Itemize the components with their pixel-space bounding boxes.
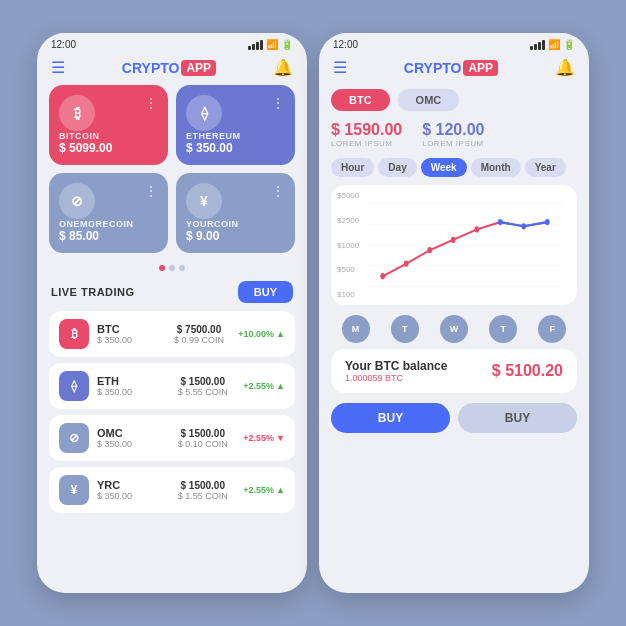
bitcoin-name: BITCOIN bbox=[59, 131, 158, 141]
bitcoin-icon: ₿ bbox=[59, 95, 95, 131]
day-t1[interactable]: T bbox=[391, 315, 419, 343]
app-badge-right: APP bbox=[463, 60, 498, 76]
tab-day[interactable]: Day bbox=[378, 158, 416, 177]
header-left: ☰ CRYPTO APP 🔔 bbox=[37, 54, 307, 85]
balance-label-1: LOREM IPSUM bbox=[331, 139, 402, 148]
ethereum-name: ETHEREUM bbox=[186, 131, 285, 141]
buy-main-button[interactable]: BUY bbox=[238, 281, 293, 303]
status-bar-right: 12:00 📶 🔋 bbox=[319, 33, 589, 54]
balance-label-2: LOREM IPSUM bbox=[422, 139, 484, 148]
yrc-menu-icon[interactable]: ⋮ bbox=[271, 183, 285, 199]
hamburger-icon-right[interactable]: ☰ bbox=[333, 58, 347, 77]
balance-item-1: $ 1590.00 LOREM IPSUM bbox=[331, 121, 402, 148]
bitcoin-menu-icon[interactable]: ⋮ bbox=[144, 95, 158, 111]
balance-item-2: $ 120.00 LOREM IPSUM bbox=[422, 121, 484, 148]
yrc-prices: $ 1500.00 $ 1.55 COIN bbox=[170, 480, 235, 501]
eth-trading-info: ETH $ 350.00 bbox=[97, 375, 162, 397]
btc-balance-card: Your BTC balance 1.000059 BTC $ 5100.20 bbox=[331, 349, 577, 393]
chart-svg bbox=[339, 193, 569, 297]
left-phone: 12:00 📶 🔋 ☰ CRYPTO APP 🔔 bbox=[37, 33, 307, 593]
yrc-change: +2.55% ▲ bbox=[243, 485, 285, 495]
omc-prices: $ 1500.00 $ 0.10 COIN bbox=[170, 428, 235, 449]
btc-balance-sub: 1.000059 BTC bbox=[345, 373, 447, 383]
eth-up-arrow: ▲ bbox=[276, 381, 285, 391]
wifi-icon-right: 📶 bbox=[548, 39, 560, 50]
yrc-up-arrow: ▲ bbox=[276, 485, 285, 495]
hamburger-icon[interactable]: ☰ bbox=[51, 58, 65, 77]
chart-area: $5000 $2500 $1000 $500 $100 bbox=[331, 185, 577, 305]
table-row[interactable]: ⊘ OMC $ 350.00 $ 1500.00 $ 0.10 COIN +2.… bbox=[49, 415, 295, 461]
balance-amount-2: $ 120.00 bbox=[422, 121, 484, 139]
yrc-sub: $ 350.00 bbox=[97, 491, 162, 501]
btc-trading-icon: ₿ bbox=[59, 319, 89, 349]
omc-symbol: OMC bbox=[97, 427, 162, 439]
yrc-change-value: +2.55% bbox=[243, 485, 274, 495]
day-w[interactable]: W bbox=[440, 315, 468, 343]
ethereum-card[interactable]: ⟠ ⋮ ETHEREUM $ 350.00 bbox=[176, 85, 295, 165]
omc-down-arrow: ▼ bbox=[276, 433, 285, 443]
chart-line-red bbox=[383, 222, 548, 276]
chart-point bbox=[474, 226, 479, 232]
chart-point bbox=[451, 237, 456, 243]
buy-dark-button[interactable]: BUY bbox=[331, 403, 450, 433]
bell-icon-right[interactable]: 🔔 bbox=[555, 58, 575, 77]
right-phone: 12:00 📶 🔋 ☰ CRYPTO APP 🔔 bbox=[319, 33, 589, 593]
omc-menu-icon[interactable]: ⋮ bbox=[144, 183, 158, 199]
eth-change-value: +2.55% bbox=[243, 381, 274, 391]
bitcoin-card[interactable]: ₿ ⋮ BITCOIN $ 5099.00 bbox=[49, 85, 168, 165]
status-icons-left: 📶 🔋 bbox=[248, 39, 293, 50]
y-label-1000: $1000 bbox=[337, 241, 359, 250]
omc-name: ONEMORECOIN bbox=[59, 219, 158, 229]
eth-trading-icon: ⟠ bbox=[59, 371, 89, 401]
table-row[interactable]: ₿ BTC $ 350.00 $ 7500.00 $ 0.99 COIN +10… bbox=[49, 311, 295, 357]
btc-coin-price: $ 0.99 COIN bbox=[168, 335, 231, 345]
day-m[interactable]: M bbox=[342, 315, 370, 343]
omc-pill[interactable]: OMC bbox=[398, 89, 460, 111]
btc-change-value: +10.00% bbox=[238, 329, 274, 339]
chart-point bbox=[427, 247, 432, 253]
table-row[interactable]: ⟠ ETH $ 350.00 $ 1500.00 $ 5.55 COIN +2.… bbox=[49, 363, 295, 409]
yrc-card[interactable]: ¥ ⋮ YOURCOIN $ 9.00 bbox=[176, 173, 295, 253]
live-trading-header: LIVE TRADING BUY bbox=[37, 277, 307, 311]
tab-year[interactable]: Year bbox=[525, 158, 566, 177]
chart-point bbox=[404, 261, 409, 267]
ethereum-price: $ 350.00 bbox=[186, 141, 285, 155]
tab-month[interactable]: Month bbox=[471, 158, 521, 177]
dot-3 bbox=[179, 265, 185, 271]
chart-y-labels: $5000 $2500 $1000 $500 $100 bbox=[337, 191, 359, 299]
wifi-icon: 📶 bbox=[266, 39, 278, 50]
ethereum-menu-icon[interactable]: ⋮ bbox=[271, 95, 285, 111]
status-icons-right: 📶 🔋 bbox=[530, 39, 575, 50]
app-title-left: CRYPTO APP bbox=[122, 60, 216, 76]
tab-hour[interactable]: Hour bbox=[331, 158, 374, 177]
chart-point bbox=[380, 273, 385, 279]
omc-coin-price: $ 0.10 COIN bbox=[170, 439, 235, 449]
live-trading-label: LIVE TRADING bbox=[51, 286, 135, 298]
eth-symbol: ETH bbox=[97, 375, 162, 387]
btc-pill[interactable]: BTC bbox=[331, 89, 390, 111]
yrc-icon: ¥ bbox=[186, 183, 222, 219]
btc-sub: $ 350.00 bbox=[97, 335, 160, 345]
yrc-name: YOURCOIN bbox=[186, 219, 285, 229]
eth-sub: $ 350.00 bbox=[97, 387, 162, 397]
right-phone-content: BTC OMC $ 1590.00 LOREM IPSUM $ 120.00 L… bbox=[319, 85, 589, 593]
day-f[interactable]: F bbox=[538, 315, 566, 343]
day-t2[interactable]: T bbox=[489, 315, 517, 343]
buy-light-button[interactable]: BUY bbox=[458, 403, 577, 433]
balance-row: $ 1590.00 LOREM IPSUM $ 120.00 LOREM IPS… bbox=[331, 119, 577, 156]
dot-2 bbox=[169, 265, 175, 271]
btc-change: +10.00% ▲ bbox=[238, 329, 285, 339]
yrc-main-price: $ 1500.00 bbox=[170, 480, 235, 491]
eth-coin-price: $ 5.55 COIN bbox=[170, 387, 235, 397]
yrc-coin-price: $ 1.55 COIN bbox=[170, 491, 235, 501]
coin-cards-grid: ₿ ⋮ BITCOIN $ 5099.00 ⟠ ⋮ ETHEREUM $ 350… bbox=[37, 85, 307, 261]
day-row: M T W T F bbox=[331, 313, 577, 349]
time-tabs: Hour Day Week Month Year bbox=[331, 156, 577, 185]
omc-card[interactable]: ⊘ ⋮ ONEMORECOIN $ 85.00 bbox=[49, 173, 168, 253]
y-label-2500: $2500 bbox=[337, 216, 359, 225]
tab-week[interactable]: Week bbox=[421, 158, 467, 177]
bitcoin-price: $ 5099.00 bbox=[59, 141, 158, 155]
btc-up-arrow: ▲ bbox=[276, 329, 285, 339]
table-row[interactable]: ¥ YRC $ 350.00 $ 1500.00 $ 1.55 COIN +2.… bbox=[49, 467, 295, 513]
bell-icon-left[interactable]: 🔔 bbox=[273, 58, 293, 77]
